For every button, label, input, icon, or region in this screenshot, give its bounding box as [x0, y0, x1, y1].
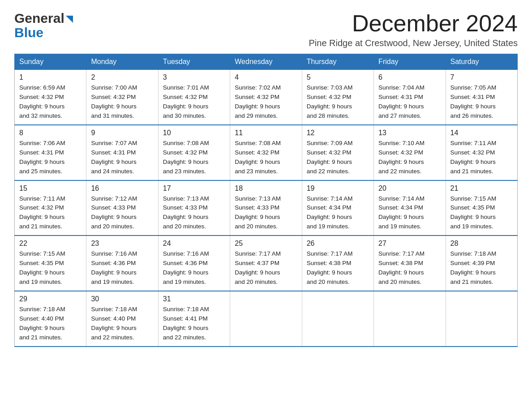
calendar-cell: 9Sunrise: 7:07 AMSunset: 4:31 PMDaylight…	[86, 125, 158, 180]
day-number: 22	[19, 240, 82, 248]
calendar-cell: 15Sunrise: 7:11 AMSunset: 4:32 PMDayligh…	[15, 180, 86, 236]
calendar-week-row: 29Sunrise: 7:18 AMSunset: 4:40 PMDayligh…	[15, 291, 518, 347]
day-info: Sunrise: 7:11 AMSunset: 4:32 PMDaylight:…	[19, 194, 82, 232]
weekday-header-monday: Monday	[86, 54, 158, 70]
day-info: Sunrise: 7:17 AMSunset: 4:37 PMDaylight:…	[235, 249, 297, 287]
calendar-cell: 14Sunrise: 7:11 AMSunset: 4:32 PMDayligh…	[446, 125, 517, 180]
day-number: 9	[91, 129, 153, 137]
day-number: 19	[307, 184, 369, 193]
day-number: 17	[163, 184, 225, 193]
page-header: General Blue December 2024 Pine Ridge at…	[14, 11, 518, 48]
day-number: 20	[378, 184, 441, 193]
day-info: Sunrise: 7:13 AMSunset: 4:33 PMDaylight:…	[163, 194, 225, 232]
day-number: 8	[19, 129, 82, 137]
day-info: Sunrise: 7:02 AMSunset: 4:32 PMDaylight:…	[235, 83, 297, 121]
calendar-title: December 2024	[309, 11, 518, 36]
day-info: Sunrise: 7:01 AMSunset: 4:32 PMDaylight:…	[163, 83, 225, 121]
calendar-week-row: 8Sunrise: 7:06 AMSunset: 4:31 PMDaylight…	[15, 125, 518, 180]
day-info: Sunrise: 7:16 AMSunset: 4:36 PMDaylight:…	[163, 249, 225, 287]
day-number: 12	[307, 129, 369, 137]
day-info: Sunrise: 7:13 AMSunset: 4:33 PMDaylight:…	[235, 194, 297, 232]
calendar-cell: 1Sunrise: 6:59 AMSunset: 4:32 PMDaylight…	[15, 70, 86, 125]
day-number: 23	[91, 240, 153, 248]
calendar-cell: 28Sunrise: 7:18 AMSunset: 4:39 PMDayligh…	[446, 235, 517, 291]
day-number: 13	[378, 129, 441, 137]
calendar-cell: 20Sunrise: 7:14 AMSunset: 4:34 PMDayligh…	[374, 180, 446, 236]
day-info: Sunrise: 7:17 AMSunset: 4:38 PMDaylight:…	[378, 249, 441, 287]
calendar-table: SundayMondayTuesdayWednesdayThursdayFrid…	[14, 54, 518, 347]
day-number: 11	[235, 129, 297, 137]
calendar-cell: 24Sunrise: 7:16 AMSunset: 4:36 PMDayligh…	[158, 235, 230, 291]
day-info: Sunrise: 7:06 AMSunset: 4:31 PMDaylight:…	[19, 139, 82, 176]
calendar-cell	[230, 291, 302, 347]
weekday-header-sunday: Sunday	[15, 54, 86, 70]
day-info: Sunrise: 7:15 AMSunset: 4:35 PMDaylight:…	[450, 194, 513, 232]
day-info: Sunrise: 7:11 AMSunset: 4:32 PMDaylight:…	[450, 139, 513, 176]
calendar-cell: 6Sunrise: 7:04 AMSunset: 4:31 PMDaylight…	[374, 70, 446, 125]
day-info: Sunrise: 7:18 AMSunset: 4:39 PMDaylight:…	[450, 249, 513, 287]
day-info: Sunrise: 7:07 AMSunset: 4:31 PMDaylight:…	[91, 139, 153, 176]
day-number: 30	[91, 295, 153, 303]
calendar-week-row: 1Sunrise: 6:59 AMSunset: 4:32 PMDaylight…	[15, 70, 518, 125]
calendar-cell: 26Sunrise: 7:17 AMSunset: 4:38 PMDayligh…	[302, 235, 373, 291]
day-number: 5	[307, 73, 369, 81]
day-number: 2	[91, 73, 153, 81]
calendar-cell	[302, 291, 373, 347]
calendar-cell: 22Sunrise: 7:15 AMSunset: 4:35 PMDayligh…	[15, 235, 86, 291]
day-number: 18	[235, 184, 297, 193]
calendar-body: 1Sunrise: 6:59 AMSunset: 4:32 PMDaylight…	[15, 70, 518, 347]
calendar-cell: 21Sunrise: 7:15 AMSunset: 4:35 PMDayligh…	[446, 180, 517, 236]
weekday-header-friday: Friday	[374, 54, 446, 70]
calendar-header: SundayMondayTuesdayWednesdayThursdayFrid…	[15, 54, 518, 70]
day-number: 25	[235, 240, 297, 248]
day-number: 6	[378, 73, 441, 81]
day-info: Sunrise: 7:14 AMSunset: 4:34 PMDaylight:…	[378, 194, 441, 232]
calendar-cell	[446, 291, 517, 347]
day-number: 31	[163, 295, 225, 303]
calendar-cell	[374, 291, 446, 347]
day-info: Sunrise: 7:18 AMSunset: 4:40 PMDaylight:…	[91, 305, 153, 342]
calendar-cell: 29Sunrise: 7:18 AMSunset: 4:40 PMDayligh…	[15, 291, 86, 347]
day-number: 26	[307, 240, 369, 248]
day-info: Sunrise: 7:16 AMSunset: 4:36 PMDaylight:…	[91, 249, 153, 287]
day-number: 7	[450, 73, 513, 81]
day-info: Sunrise: 6:59 AMSunset: 4:32 PMDaylight:…	[19, 83, 82, 121]
calendar-cell: 2Sunrise: 7:00 AMSunset: 4:32 PMDaylight…	[86, 70, 158, 125]
calendar-cell: 30Sunrise: 7:18 AMSunset: 4:40 PMDayligh…	[86, 291, 158, 347]
calendar-cell: 8Sunrise: 7:06 AMSunset: 4:31 PMDaylight…	[15, 125, 86, 180]
day-info: Sunrise: 7:10 AMSunset: 4:32 PMDaylight:…	[378, 139, 441, 176]
calendar-cell: 19Sunrise: 7:14 AMSunset: 4:34 PMDayligh…	[302, 180, 373, 236]
day-info: Sunrise: 7:15 AMSunset: 4:35 PMDaylight:…	[19, 249, 82, 287]
calendar-cell: 12Sunrise: 7:09 AMSunset: 4:32 PMDayligh…	[302, 125, 373, 180]
day-number: 24	[163, 240, 225, 248]
weekday-header-thursday: Thursday	[302, 54, 373, 70]
day-number: 1	[19, 73, 82, 81]
calendar-week-row: 15Sunrise: 7:11 AMSunset: 4:32 PMDayligh…	[15, 180, 518, 236]
calendar-cell: 11Sunrise: 7:08 AMSunset: 4:32 PMDayligh…	[230, 125, 302, 180]
calendar-cell: 17Sunrise: 7:13 AMSunset: 4:33 PMDayligh…	[158, 180, 230, 236]
day-info: Sunrise: 7:00 AMSunset: 4:32 PMDaylight:…	[91, 83, 153, 121]
day-info: Sunrise: 7:18 AMSunset: 4:41 PMDaylight:…	[163, 305, 225, 342]
calendar-cell: 5Sunrise: 7:03 AMSunset: 4:32 PMDaylight…	[302, 70, 373, 125]
day-number: 16	[91, 184, 153, 193]
weekday-header-row: SundayMondayTuesdayWednesdayThursdayFrid…	[15, 54, 518, 70]
day-number: 14	[450, 129, 513, 137]
day-number: 15	[19, 184, 82, 193]
calendar-cell: 23Sunrise: 7:16 AMSunset: 4:36 PMDayligh…	[86, 235, 158, 291]
day-number: 10	[163, 129, 225, 137]
calendar-cell: 27Sunrise: 7:17 AMSunset: 4:38 PMDayligh…	[374, 235, 446, 291]
day-number: 27	[378, 240, 441, 248]
day-info: Sunrise: 7:18 AMSunset: 4:40 PMDaylight:…	[19, 305, 82, 342]
weekday-header-wednesday: Wednesday	[230, 54, 302, 70]
calendar-cell: 31Sunrise: 7:18 AMSunset: 4:41 PMDayligh…	[158, 291, 230, 347]
weekday-header-saturday: Saturday	[446, 54, 517, 70]
calendar-cell: 16Sunrise: 7:12 AMSunset: 4:33 PMDayligh…	[86, 180, 158, 236]
day-number: 21	[450, 184, 513, 193]
calendar-cell: 25Sunrise: 7:17 AMSunset: 4:37 PMDayligh…	[230, 235, 302, 291]
calendar-week-row: 22Sunrise: 7:15 AMSunset: 4:35 PMDayligh…	[15, 235, 518, 291]
day-info: Sunrise: 7:17 AMSunset: 4:38 PMDaylight:…	[307, 249, 369, 287]
day-number: 29	[19, 295, 82, 303]
calendar-subtitle: Pine Ridge at Crestwood, New Jersey, Uni…	[309, 38, 518, 48]
logo-blue-text: Blue	[14, 25, 43, 40]
day-info: Sunrise: 7:14 AMSunset: 4:34 PMDaylight:…	[307, 194, 369, 232]
